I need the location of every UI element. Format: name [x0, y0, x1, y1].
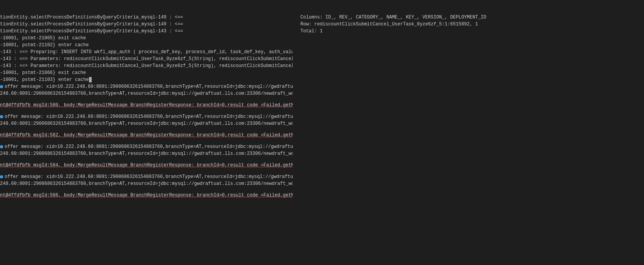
- log-line: [0, 157, 644, 162]
- blue-dot-icon: [0, 175, 3, 178]
- log-line: [0, 187, 644, 192]
- log-line: [0, 127, 644, 132]
- log-line: 248.60:8091:2900686326154883760,branchTy…: [0, 150, 644, 157]
- log-line: nt@4ffdfbfb msgId:584, body:MergeResultM…: [0, 162, 644, 169]
- log-line: offer message: xid=10.222.248.60:8091:29…: [0, 173, 644, 180]
- log-line: [0, 97, 644, 102]
- log-line: tionEntity.selectProcessDefinitionsByQue…: [0, 21, 644, 28]
- log-line: tionEntity.selectProcessDefinitionsByQue…: [0, 14, 644, 21]
- log-line: -143 : ==> Parameters: rediscountClickSu…: [0, 55, 644, 62]
- log-content: tionEntity.selectProcessDefinitionsByQue…: [0, 0, 644, 265]
- log-line: 248.60:8091:2900686326154883760,branchTy…: [0, 90, 644, 97]
- log-line: -143 : ==> Parameters: rediscountClickSu…: [0, 62, 644, 69]
- log-line: offer message: xid=10.222.248.60:8091:29…: [0, 113, 644, 120]
- log-line: -10001, pstmt-21102} enter cache: [0, 42, 644, 49]
- log-line: offer message: xid=10.222.248.60:8091:29…: [0, 143, 644, 150]
- log-line: -10001, pstmt-21103} enter cache: [0, 76, 644, 83]
- log-line: 248.60:8091:2900686326154883760,branchTy…: [0, 180, 644, 187]
- log-line: tionEntity.selectProcessDefinitionsByQue…: [0, 28, 644, 35]
- log-line: -10001, pstmt-21066} exit cache: [0, 69, 644, 76]
- log-line: nt@4ffdfbfb msgId:586, body:MergeResultM…: [0, 192, 644, 199]
- log-container: tionEntity.selectProcessDefinitionsByQue…: [0, 0, 644, 265]
- log-line: -143 : ==> Preparing: INSERT INTO wkfl_a…: [0, 49, 644, 55]
- log-line: 248.60:8091:2900686326154883760,branchTy…: [0, 120, 644, 127]
- log-line: nt@4ffdfbfb msgId:580, body:MergeResultM…: [0, 102, 644, 109]
- text-cursor: [89, 77, 92, 82]
- log-line: [0, 169, 644, 173]
- log-line: offer message: xid=10.222.248.60:8091:29…: [0, 83, 644, 90]
- blue-dot-icon: [0, 115, 3, 118]
- log-line: [0, 109, 644, 113]
- log-line: nt@4ffdfbfb msgId:582, body:MergeResultM…: [0, 132, 644, 139]
- blue-dot-icon: [0, 85, 3, 88]
- log-line: -10001, pstmt-21065} exit cache: [0, 35, 644, 42]
- log-line: [0, 139, 644, 143]
- blue-dot-icon: [0, 145, 3, 148]
